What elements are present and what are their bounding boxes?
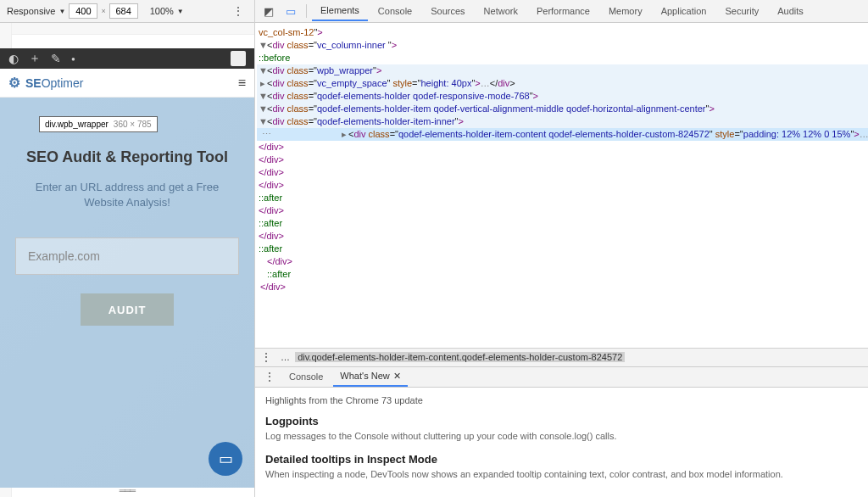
chat-widget[interactable]: ▭ bbox=[209, 442, 242, 476]
inspect-tooltip: div.wpb_wrapper 360 × 785 bbox=[39, 116, 158, 132]
breadcrumb[interactable]: ⋮ … div.qodef-elements-holder-item-conte… bbox=[255, 348, 868, 366]
devtools-pane: ◩ ▭ Elements Console Sources Network Per… bbox=[255, 0, 868, 497]
dom-tree[interactable]: vc_col-sm-12"> ▼<div class="vc_column-in… bbox=[255, 23, 868, 348]
devtools-main-tabs: ◩ ▭ Elements Console Sources Network Per… bbox=[255, 0, 868, 23]
device-toolbar-more-icon[interactable]: ⋮ bbox=[229, 4, 248, 18]
device-mode-dropdown[interactable]: Responsive ▼ bbox=[7, 6, 65, 16]
tool-icon[interactable]: ✎ bbox=[51, 52, 61, 65]
viewport-width-input[interactable] bbox=[69, 3, 97, 19]
site-admin-bar: ◐ ＋ ✎ ● bbox=[0, 48, 254, 69]
tab-application[interactable]: Application bbox=[653, 2, 715, 20]
elements-panel: vc_col-sm-12"> ▼<div class="vc_column-in… bbox=[255, 23, 868, 366]
audit-button[interactable]: AUDIT bbox=[81, 293, 174, 326]
ruler-horizontal bbox=[0, 23, 254, 35]
tab-performance[interactable]: Performance bbox=[528, 2, 598, 20]
chevron-down-icon: ▼ bbox=[58, 8, 65, 15]
inspect-highlight-overlay: SEO Audit & Reporting Tool Enter an URL … bbox=[0, 98, 254, 488]
tab-memory[interactable]: Memory bbox=[600, 2, 651, 20]
gear-icon: ⚙ bbox=[8, 75, 20, 91]
chat-icon: ▭ bbox=[219, 450, 233, 468]
close-tab-icon[interactable]: ✕ bbox=[393, 371, 401, 382]
inspect-element-icon[interactable]: ◩ bbox=[259, 3, 279, 20]
tab-console[interactable]: Console bbox=[370, 2, 420, 20]
tab-audits[interactable]: Audits bbox=[769, 2, 812, 20]
whats-new-item[interactable]: Logpoints Log messages to the Console wi… bbox=[265, 414, 868, 444]
brand-part-a: SE bbox=[25, 76, 42, 90]
item-title: Detailed tooltips in Inspect Mode bbox=[265, 452, 868, 467]
whats-new-content: Highlights from the Chrome 73 update Log… bbox=[255, 388, 868, 497]
zoom-dropdown[interactable]: 100% ▼ bbox=[150, 6, 184, 16]
tooltip-dimensions: 360 × 785 bbox=[114, 120, 152, 129]
tab-security[interactable]: Security bbox=[716, 2, 767, 20]
device-mode-label: Responsive bbox=[7, 6, 55, 16]
drawer-tab-console[interactable]: Console bbox=[282, 368, 330, 385]
plus-icon[interactable]: ＋ bbox=[29, 51, 41, 66]
hamburger-menu-icon[interactable]: ≡ bbox=[238, 75, 246, 91]
dot-icon[interactable]: ● bbox=[71, 55, 75, 63]
tab-elements[interactable]: Elements bbox=[312, 1, 368, 21]
gauge-icon[interactable]: ◐ bbox=[8, 52, 19, 65]
whats-new-item[interactable]: Detailed tooltips in Inspect Mode When i… bbox=[265, 452, 868, 482]
item-desc: Log messages to the Console without clut… bbox=[265, 431, 617, 441]
hero-subtitle: Enter an URL address and get a Free Webs… bbox=[15, 180, 239, 210]
site-header: ⚙ SEOptimer ≡ bbox=[0, 69, 254, 98]
breadcrumb-current[interactable]: div.qodef-elements-holder-item-content.q… bbox=[295, 352, 625, 362]
preview-area: div.wpb_wrapper 360 × 785 ◐ ＋ ✎ ● ⚙ SEOp… bbox=[0, 23, 254, 497]
tooltip-selector: div.wpb_wrapper bbox=[45, 120, 108, 129]
divider bbox=[306, 4, 307, 18]
device-toolbar: Responsive ▼ × 100% ▼ ⋮ bbox=[0, 0, 254, 23]
devtools-drawer: ⋮ Console What's New ✕ ✕ Highlights from… bbox=[255, 366, 868, 497]
drawer-tab-whatsnew[interactable]: What's New ✕ bbox=[333, 367, 407, 387]
avatar[interactable] bbox=[231, 51, 246, 66]
drawer-tabs: ⋮ Console What's New ✕ ✕ bbox=[255, 367, 868, 388]
site-logo[interactable]: ⚙ SEOptimer bbox=[8, 75, 83, 91]
item-desc: When inspecting a node, DevTools now sho… bbox=[265, 469, 783, 479]
breadcrumb-more-icon[interactable]: ⋮ bbox=[260, 350, 272, 364]
devtools-body: vc_col-sm-12"> ▼<div class="vc_column-in… bbox=[255, 23, 868, 366]
tab-sources[interactable]: Sources bbox=[422, 2, 473, 20]
whats-new-headline: Highlights from the Chrome 73 update bbox=[265, 394, 868, 407]
brand-part-b: Optimer bbox=[42, 76, 84, 90]
device-emulation-pane: Responsive ▼ × 100% ▼ ⋮ div.wpb_wrapper … bbox=[0, 0, 255, 497]
breadcrumb-ellipsis: … bbox=[281, 352, 290, 362]
drawer-body: Highlights from the Chrome 73 update Log… bbox=[255, 388, 868, 497]
toggle-device-icon[interactable]: ▭ bbox=[281, 3, 301, 20]
chevron-down-icon: ▼ bbox=[177, 8, 184, 15]
zoom-value: 100% bbox=[150, 6, 174, 16]
resize-handle-icon[interactable]: ═══ bbox=[120, 486, 135, 495]
url-input[interactable]: Example.com bbox=[15, 237, 239, 275]
drawer-more-icon[interactable]: ⋮ bbox=[260, 370, 279, 383]
item-title: Logpoints bbox=[265, 414, 868, 429]
hero-title: SEO Audit & Reporting Tool bbox=[15, 148, 239, 166]
url-input-placeholder: Example.com bbox=[28, 249, 100, 263]
tab-network[interactable]: Network bbox=[476, 2, 526, 20]
dimension-separator: × bbox=[101, 7, 105, 15]
device-frame: ◐ ＋ ✎ ● ⚙ SEOptimer ≡ SEO Audit & Report… bbox=[0, 48, 254, 489]
viewport-height-input[interactable] bbox=[109, 3, 138, 19]
